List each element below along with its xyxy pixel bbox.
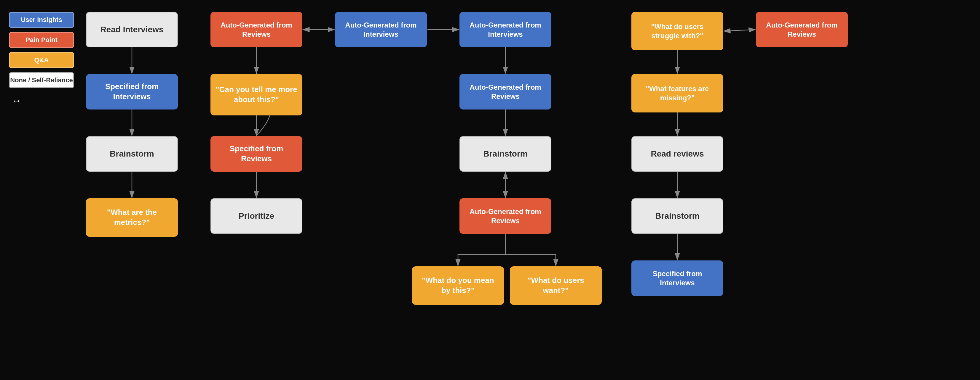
node-specified-from-interviews-1: Specified from Interviews [86, 74, 178, 109]
node-brainstorm-3: Brainstorm [632, 198, 723, 234]
node-read-interviews: Read Interviews [86, 12, 178, 48]
node-auto-gen-reviews-3: Auto-Generated from Reviews [460, 198, 551, 234]
node-what-do-you-mean: "What do you mean by this?" [412, 266, 504, 305]
node-brainstorm-1: Brainstorm [86, 136, 178, 172]
legend-qa: Q&A [9, 52, 74, 68]
node-auto-gen-reviews-2: Auto-Generated from Reviews [460, 74, 551, 109]
node-what-do-users-struggle: "What do users struggle with?" [632, 12, 723, 50]
node-specified-from-reviews: Specified from Reviews [210, 136, 302, 172]
node-auto-gen-reviews-4: Auto-Generated from Reviews [756, 12, 848, 48]
node-specified-from-interviews-2: Specified from Interviews [632, 260, 723, 296]
node-read-reviews: Read reviews [632, 136, 723, 172]
legend-user-insights: User Insights [9, 12, 74, 28]
node-brainstorm-2: Brainstorm [460, 136, 551, 172]
node-what-are-metrics: "What are the metrics?" [86, 198, 178, 237]
svg-line-17 [724, 30, 755, 31]
legend-none: None / Self-Reliance [9, 72, 74, 88]
arrows-svg [86, 0, 975, 380]
legend-bidirectional-arrow: ↔ [9, 95, 74, 106]
legend: User Insights Pain Point Q&A None / Self… [9, 12, 74, 106]
node-what-do-users-want: "What do users want?" [510, 266, 602, 305]
node-what-features-missing: "What features are missing?" [632, 74, 723, 112]
node-auto-gen-interviews-2: Auto-Generated from Interviews [460, 12, 551, 48]
diagram: Read Interviews Specified from Interview… [86, 0, 975, 380]
node-can-you-tell-me: "Can you tell me more about this?" [210, 74, 302, 116]
node-auto-gen-interviews-1: Auto-Generated from Interviews [335, 12, 427, 48]
node-auto-gen-reviews-1: Auto-Generated from Reviews [210, 12, 302, 48]
legend-pain-point: Pain Point [9, 32, 74, 48]
node-prioritize: Prioritize [210, 198, 302, 234]
